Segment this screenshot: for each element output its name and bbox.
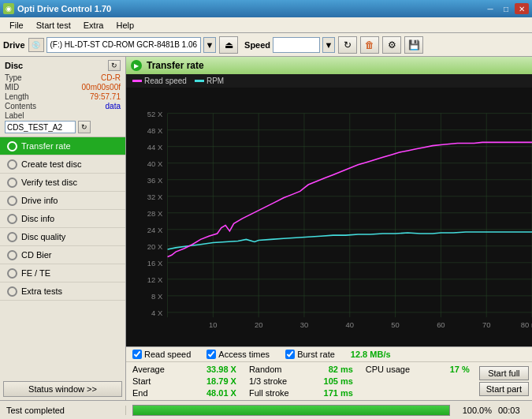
read-speed-checkbox[interactable] — [132, 350, 142, 359]
maximize-button[interactable]: □ — [499, 3, 513, 14]
menu-bar: File Start test Extra Help — [0, 17, 532, 33]
svg-text:50: 50 — [391, 320, 400, 329]
sidebar-item-drive-info[interactable]: Drive info — [0, 192, 125, 210]
access-times-checkbox[interactable] — [206, 350, 216, 359]
sidebar-item-disc-info[interactable]: Disc info — [0, 210, 125, 228]
svg-text:60: 60 — [437, 320, 445, 329]
speed-dropdown-value[interactable] — [273, 37, 320, 53]
sidebar-item-transfer-rate[interactable]: Transfer rate — [0, 137, 125, 155]
stat-start-key: Start — [132, 376, 151, 386]
disc-label-row: Label — [5, 111, 121, 120]
disc-title: Disc — [5, 61, 23, 70]
access-times-checkbox-label: Access times — [218, 350, 270, 359]
stat-full-stroke: Full stroke 171 ms — [249, 387, 353, 398]
sidebar-item-fe-te[interactable]: FE / TE — [0, 264, 125, 282]
sidebar-item-verify-test-disc[interactable]: Verify test disc — [0, 174, 125, 192]
title-bar-left: ◉ Opti Drive Control 1.70 — [3, 3, 111, 14]
sidebar-item-create-test-disc[interactable]: Create test disc — [0, 155, 125, 174]
close-button[interactable]: ✕ — [515, 3, 529, 14]
minimize-button[interactable]: ─ — [483, 3, 497, 14]
nav-icon-circle-extra-tests — [7, 286, 17, 297]
svg-text:20: 20 — [255, 320, 263, 329]
svg-text:4 X: 4 X — [151, 309, 163, 317]
svg-text:70: 70 — [482, 320, 491, 329]
sidebar-item-label-extra-tests: Extra tests — [21, 286, 62, 296]
nav-icon-circle-fe-te — [7, 268, 17, 279]
sidebar-item-disc-quality[interactable]: Disc quality — [0, 228, 125, 246]
drive-dropdown-value[interactable]: (F:) HL-DT-ST CD-ROM GCR-8481B 1.06 — [47, 37, 202, 53]
svg-text:32 X: 32 X — [147, 193, 163, 201]
disc-contents-key: Contents — [5, 102, 36, 110]
start-part-button[interactable]: Start part — [479, 382, 529, 396]
disc-type-key: Type — [5, 73, 22, 82]
menu-file[interactable]: File — [3, 19, 30, 32]
status-bar: Test completed 100.0% 00:03 — [0, 400, 532, 419]
sidebar-item-label-fe-te: FE / TE — [21, 268, 50, 278]
progress-section: 100.0% 00:03 — [126, 405, 532, 416]
svg-rect-0 — [126, 105, 532, 329]
progress-bar-container — [132, 405, 450, 416]
nav-icon-drive-info — [6, 195, 17, 206]
chart-header: ▶ Transfer rate — [126, 57, 532, 74]
stat-full-stroke-key: Full stroke — [249, 388, 289, 398]
legend-rpm: RPM — [195, 77, 224, 85]
stat-start: Start 18.79 X — [132, 376, 236, 387]
svg-text:52 X: 52 X — [147, 110, 163, 118]
progress-bar-fill — [133, 406, 449, 415]
sidebar-item-extra-tests[interactable]: Extra tests — [0, 282, 125, 301]
nav-icon-disc-info — [6, 213, 17, 224]
disc-label-icon-button[interactable]: ↻ — [78, 121, 91, 133]
legend-rpm-label: RPM — [206, 77, 224, 85]
status-window-button[interactable]: Status window >> — [3, 381, 122, 397]
sidebar-item-label-verify-test-disc: Verify test disc — [21, 178, 77, 187]
drive-icon: 💿 — [28, 38, 44, 52]
sidebar-item-label-create-test-disc: Create test disc — [21, 159, 81, 169]
drive-dropdown-arrow[interactable]: ▼ — [203, 37, 216, 53]
legend-read-speed-label: Read speed — [144, 77, 187, 85]
disc-mid-key: MID — [5, 83, 19, 92]
svg-text:10: 10 — [209, 320, 218, 329]
drive-eject-button[interactable]: ⏏ — [219, 36, 238, 54]
nav-icon-transfer-rate — [6, 140, 17, 152]
settings-button[interactable]: ⚙ — [382, 36, 401, 54]
burst-rate-checkbox[interactable] — [285, 350, 295, 359]
stat-third-stroke-val: 105 ms — [324, 376, 353, 386]
nav-icon-circle-cd-bier — [7, 250, 17, 260]
stat-start-val: 18.79 X — [206, 376, 236, 386]
progress-text: 100.0% — [456, 406, 492, 415]
disc-contents-val: data — [106, 102, 121, 110]
legend-read-speed: Read speed — [132, 77, 187, 85]
disc-length-row: Length 79:57.71 — [5, 92, 121, 101]
sidebar-item-cd-bier[interactable]: CD Bier — [0, 246, 125, 264]
refresh-button[interactable]: ↻ — [338, 36, 357, 54]
nav-icon-extra-tests — [6, 286, 17, 297]
speed-dropdown-arrow[interactable]: ▼ — [322, 37, 335, 53]
nav-icon-create-test-disc — [6, 159, 17, 170]
checkbox-access-times: Access times — [206, 350, 270, 359]
disc-label-key: Label — [5, 111, 24, 120]
menu-start-test[interactable]: Start test — [30, 19, 77, 32]
sidebar: Disc ↻ Type CD-R MID 00m00s00f Length 79… — [0, 57, 126, 400]
menu-extra[interactable]: Extra — [77, 19, 110, 32]
speed-section: Speed ▼ — [244, 37, 335, 53]
disc-refresh-button[interactable]: ↻ — [108, 60, 121, 71]
svg-text:80 min: 80 min — [521, 320, 532, 329]
disc-panel: Disc ↻ Type CD-R MID 00m00s00f Length 79… — [0, 57, 125, 137]
legend-rpm-color — [195, 80, 204, 82]
stat-cpu-usage-val: 17 % — [450, 365, 470, 374]
disc-label-input-row: ↻ — [5, 121, 121, 133]
menu-help[interactable]: Help — [110, 19, 140, 32]
nav-icon-circle-create-test-disc — [7, 159, 17, 170]
start-full-button[interactable]: Start full — [479, 366, 529, 380]
disc-mid-row: MID 00m00s00f — [5, 83, 121, 92]
time-text: 00:03 — [498, 406, 526, 415]
erase-button[interactable]: 🗑 — [360, 36, 379, 54]
stat-full-stroke-val: 171 ms — [324, 388, 353, 398]
content-area: ▶ Transfer rate Read speed RPM — [126, 57, 532, 400]
save-button[interactable]: 💾 — [404, 36, 423, 54]
read-speed-checkbox-label: Read speed — [144, 350, 191, 359]
disc-label-input[interactable] — [5, 121, 76, 133]
disc-length-val: 79:57.71 — [90, 92, 121, 101]
disc-length-key: Length — [5, 92, 29, 101]
stats-col-2: Random 82 ms 1/3 stroke 105 ms Full stro… — [243, 362, 359, 400]
